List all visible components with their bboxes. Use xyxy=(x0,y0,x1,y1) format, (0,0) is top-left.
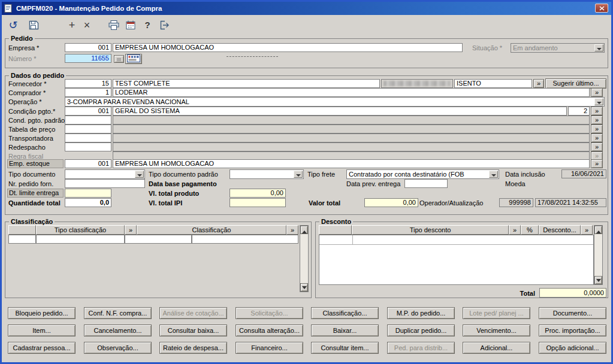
dropdown-arrow-icon xyxy=(135,171,144,178)
valor-total-label: Valor total xyxy=(309,199,340,207)
redespacho-zoom-button[interactable]: » xyxy=(591,142,603,151)
refresh-icon: ↺ xyxy=(8,20,17,31)
item-button[interactable]: Item... xyxy=(8,324,76,336)
opcao-adicional-button[interactable]: Opção adicional... xyxy=(539,342,606,354)
emp-estoque-label: Emp. estoque xyxy=(7,159,64,168)
condicao-zoom-button[interactable]: » xyxy=(591,107,603,116)
fornecedor-code-field[interactable]: 15 xyxy=(65,79,111,88)
vl-total-ipi-label: Vl. total IPI xyxy=(149,199,182,207)
tipo-frete-value: Contratado por conta destinatário (FOB xyxy=(349,171,464,178)
refresh-button[interactable]: ↺ xyxy=(6,18,20,32)
proc-importacao-button[interactable]: Proc. importação... xyxy=(539,324,606,336)
print-icon xyxy=(108,20,120,31)
emp-estoque-code-field[interactable]: 001 xyxy=(65,159,111,168)
add-button[interactable]: + xyxy=(65,18,79,32)
baixar-button[interactable]: Baixar... xyxy=(311,324,379,336)
vencimento-button[interactable]: Vencimento... xyxy=(463,324,530,336)
consulta-alteracao-button[interactable]: Consulta alteração... xyxy=(235,324,303,336)
redespacho-label: Redespacho xyxy=(8,144,46,151)
conf-nf-compra-button[interactable]: Conf. N.F. compra... xyxy=(84,307,152,319)
classificacao-row-cell[interactable] xyxy=(125,235,192,244)
classificacao-row-cell[interactable] xyxy=(36,235,125,244)
classificacao-header-zoom-2[interactable]: » xyxy=(286,225,298,235)
adicional-button[interactable]: Adicional... xyxy=(463,342,530,354)
keyboard-button[interactable] xyxy=(125,54,142,64)
lookup-button[interactable] xyxy=(114,55,124,63)
scroll-up-button[interactable] xyxy=(300,226,308,234)
desconto-header-zoom-1[interactable]: » xyxy=(509,225,521,235)
help-button[interactable]: ? xyxy=(140,18,155,32)
dt-limite-entrega-field[interactable] xyxy=(65,189,111,198)
empresa-name-field[interactable]: EMPRESA UM HOMOLOGACAO xyxy=(113,43,463,52)
vl-total-produto-field: 0,00 xyxy=(230,189,286,198)
comprador-name-field[interactable]: LODEMAR xyxy=(113,88,590,97)
condicao-code-field[interactable]: 001 xyxy=(65,107,111,116)
arrow-down-icon xyxy=(302,286,307,292)
data-base-pagamento-label: Data base pagamento xyxy=(149,180,217,187)
numero-field[interactable]: 11655 xyxy=(65,54,111,63)
print-button[interactable] xyxy=(107,18,121,32)
transportadora-zoom-button[interactable]: » xyxy=(591,134,603,142)
transportadora-code-field[interactable] xyxy=(65,134,111,142)
consultar-item-button[interactable]: Consultar item... xyxy=(311,342,379,354)
rateio-despesa-button[interactable]: Rateio de despesa... xyxy=(159,342,227,354)
calendar-button[interactable] xyxy=(123,18,138,32)
emp-estoque-zoom-button[interactable]: » xyxy=(591,159,603,168)
desconto-legend: Desconto xyxy=(319,218,353,225)
tipo-documento-label: Tipo documento xyxy=(8,171,55,178)
sugerir-ultimo-button[interactable]: Sugerir último... xyxy=(545,78,606,89)
desconto-total-field: 0,0000 xyxy=(539,288,606,298)
mp-do-pedido-button[interactable]: M.P. do pedido... xyxy=(387,307,455,319)
classificacao-button[interactable]: Classificação... xyxy=(311,307,379,319)
dropdown-arrow-icon xyxy=(594,98,603,105)
calendar-icon xyxy=(125,20,136,31)
cancelamento-button[interactable]: Cancelamento... xyxy=(84,324,152,336)
observacao-button[interactable]: Observação... xyxy=(84,342,152,354)
desconto-scrollbar[interactable] xyxy=(594,225,603,285)
empresa-code-field[interactable]: 001 xyxy=(65,43,111,52)
financeiro-button[interactable]: Financeiro... xyxy=(235,342,303,354)
condicao-pgto-label: Condição pgto.* xyxy=(8,108,55,115)
redespacho-code-field[interactable] xyxy=(65,142,111,151)
fornecedor-zoom-button[interactable]: » xyxy=(533,79,544,88)
cond-padrao-zoom-button[interactable]: » xyxy=(591,116,603,125)
delete-button[interactable]: × xyxy=(80,18,94,32)
tipo-documento-combo[interactable] xyxy=(65,169,145,179)
comprador-zoom-button[interactable]: » xyxy=(591,88,603,97)
operacao-label: Operação * xyxy=(8,98,42,105)
desconto-list[interactable] xyxy=(319,235,594,285)
classificacao-header-blank xyxy=(8,225,36,235)
scroll-up-button[interactable] xyxy=(594,226,602,234)
documento-button[interactable]: Documento... xyxy=(539,307,606,319)
condicao-name-field[interactable]: GERAL DO SISTEMA xyxy=(113,107,567,116)
dropdown-arrow-icon xyxy=(294,171,303,178)
cadastrar-pessoa-button[interactable]: Cadastrar pessoa... xyxy=(8,342,76,354)
bloqueio-pedido-button[interactable]: Bloqueio pedido... xyxy=(8,307,76,319)
tipo-frete-combo[interactable]: Contratado por conta destinatário (FOB xyxy=(346,169,499,179)
emp-estoque-name-field[interactable]: EMPRESA UM HOMOLOGACAO xyxy=(113,159,590,168)
classificacao-header-zoom-1[interactable]: » xyxy=(125,225,137,235)
fornecedor-name-field[interactable]: TEST COMPLETE xyxy=(113,79,380,88)
close-button[interactable] xyxy=(595,4,608,13)
comprador-code-field[interactable]: 1 xyxy=(65,88,111,97)
classificacao-scrollbar[interactable] xyxy=(300,225,309,292)
tabela-preco-zoom-button[interactable]: » xyxy=(591,125,603,134)
save-button[interactable] xyxy=(26,18,41,32)
consultar-baixa-button[interactable]: Consultar baixa... xyxy=(159,324,227,336)
operacao-combo[interactable]: 3-COMPRA PARA REVENDA NACIONAL xyxy=(65,97,605,107)
classificacao-row-cell[interactable] xyxy=(192,235,298,244)
tabela-preco-name-field xyxy=(113,125,590,134)
classificacao-row-cell[interactable] xyxy=(8,235,36,244)
quantidade-total-label: Quantidade total xyxy=(8,199,61,207)
scroll-down-button[interactable] xyxy=(594,276,602,284)
tipo-documento-padrao-combo[interactable] xyxy=(230,169,304,179)
data-prev-entrega-field[interactable] xyxy=(404,179,448,188)
cond-padrao-code-field[interactable] xyxy=(65,116,111,125)
nr-pedido-forn-field[interactable] xyxy=(65,179,145,188)
desconto-header-desc: Desconto... xyxy=(539,225,581,235)
duplicar-pedido-button[interactable]: Duplicar pedido... xyxy=(387,324,455,336)
desconto-header-zoom-2[interactable]: » xyxy=(581,225,593,235)
exit-button[interactable] xyxy=(157,18,171,32)
tabela-preco-code-field[interactable] xyxy=(65,125,111,134)
scroll-down-button[interactable] xyxy=(300,283,308,292)
